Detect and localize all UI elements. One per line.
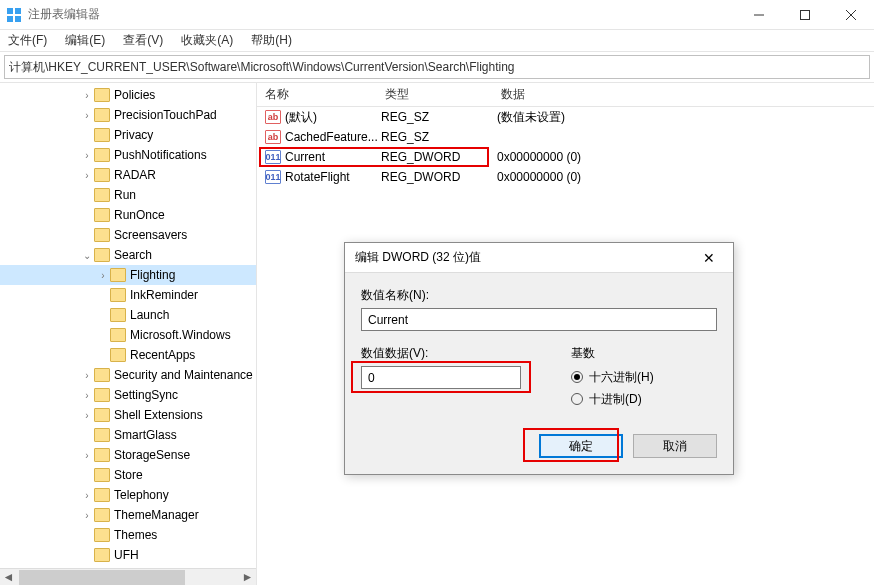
tree-item-label: Privacy (114, 128, 153, 142)
value-type: REG_SZ (381, 110, 497, 124)
tree-item-search[interactable]: ⌄Search (0, 245, 256, 265)
tree-item-smartglass[interactable]: SmartGlass (0, 425, 256, 445)
maximize-button[interactable] (782, 0, 828, 30)
radio-unchecked-icon (571, 393, 583, 405)
tree-item-label: UFH (114, 548, 139, 562)
chevron-right-icon[interactable]: › (80, 370, 94, 381)
tree-item-radar[interactable]: ›RADAR (0, 165, 256, 185)
folder-icon (94, 408, 110, 422)
tree-item-label: ThemeManager (114, 508, 199, 522)
tree-item-store[interactable]: Store (0, 465, 256, 485)
folder-icon (94, 548, 110, 562)
menu-view[interactable]: 查看(V) (121, 30, 165, 51)
string-value-icon: ab (265, 110, 281, 124)
value-name-input[interactable] (361, 308, 717, 331)
value-type: REG_SZ (381, 130, 497, 144)
value-row[interactable]: abCachedFeature...REG_SZ (257, 127, 874, 147)
folder-icon (110, 268, 126, 282)
chevron-right-icon[interactable]: › (80, 390, 94, 401)
menu-file[interactable]: 文件(F) (6, 30, 49, 51)
value-data: 0x00000000 (0) (497, 150, 874, 164)
radix-dec-option[interactable]: 十进制(D) (571, 388, 717, 410)
address-bar[interactable]: 计算机\HKEY_CURRENT_USER\Software\Microsoft… (4, 55, 870, 79)
folder-icon (94, 448, 110, 462)
tree-item-shell-extensions[interactable]: ›Shell Extensions (0, 405, 256, 425)
tree-item-label: Screensavers (114, 228, 187, 242)
ok-button[interactable]: 确定 (539, 434, 623, 458)
tree-item-security-and-maintenance[interactable]: ›Security and Maintenance (0, 365, 256, 385)
chevron-right-icon[interactable]: › (80, 450, 94, 461)
radix-hex-label: 十六进制(H) (589, 369, 654, 386)
chevron-right-icon[interactable]: › (80, 170, 94, 181)
tree-item-launch[interactable]: Launch (0, 305, 256, 325)
menu-help[interactable]: 帮助(H) (249, 30, 294, 51)
value-name-label: 数值名称(N): (361, 287, 717, 304)
folder-icon (94, 248, 110, 262)
chevron-right-icon[interactable]: › (80, 490, 94, 501)
tree-item-label: RADAR (114, 168, 156, 182)
folder-icon (94, 388, 110, 402)
tree-item-screensavers[interactable]: Screensavers (0, 225, 256, 245)
dialog-close-button[interactable]: ✕ (695, 250, 723, 266)
tree-item-themes[interactable]: Themes (0, 525, 256, 545)
tree-horizontal-scrollbar[interactable]: ◄ ► (0, 568, 256, 585)
cancel-button[interactable]: 取消 (633, 434, 717, 458)
value-type: REG_DWORD (381, 150, 497, 164)
column-name[interactable]: 名称 (257, 86, 377, 103)
tree-item-settingsync[interactable]: ›SettingSync (0, 385, 256, 405)
svg-rect-5 (801, 10, 810, 19)
tree-item-thememanager[interactable]: ›ThemeManager (0, 505, 256, 525)
tree-item-ufh[interactable]: UFH (0, 545, 256, 565)
tree-item-label: SettingSync (114, 388, 178, 402)
tree-item-runonce[interactable]: RunOnce (0, 205, 256, 225)
chevron-right-icon[interactable]: › (80, 110, 94, 121)
scroll-right-icon[interactable]: ► (239, 569, 256, 586)
folder-icon (94, 468, 110, 482)
folder-icon (94, 428, 110, 442)
chevron-right-icon[interactable]: › (80, 90, 94, 101)
value-name: RotateFlight (285, 170, 381, 184)
chevron-right-icon[interactable]: › (80, 510, 94, 521)
tree-item-storagesense[interactable]: ›StorageSense (0, 445, 256, 465)
tree-item-microsoft-windows[interactable]: Microsoft.Windows (0, 325, 256, 345)
tree-item-label: RecentApps (130, 348, 195, 362)
column-type[interactable]: 类型 (377, 86, 493, 103)
folder-icon (94, 368, 110, 382)
tree-item-label: Run (114, 188, 136, 202)
tree-item-run[interactable]: Run (0, 185, 256, 205)
column-data[interactable]: 数据 (493, 86, 874, 103)
tree-item-flighting[interactable]: ›Flighting (0, 265, 256, 285)
minimize-button[interactable] (736, 0, 782, 30)
menu-edit[interactable]: 编辑(E) (63, 30, 107, 51)
tree-item-recentapps[interactable]: RecentApps (0, 345, 256, 365)
scroll-left-icon[interactable]: ◄ (0, 569, 17, 586)
chevron-right-icon[interactable]: › (96, 270, 110, 281)
chevron-right-icon[interactable]: › (80, 410, 94, 421)
close-button[interactable] (828, 0, 874, 30)
radix-hex-option[interactable]: 十六进制(H) (571, 366, 717, 388)
tree-item-label: Search (114, 248, 152, 262)
folder-icon (110, 288, 126, 302)
tree-item-telephony[interactable]: ›Telephony (0, 485, 256, 505)
tree-item-precisiontouchpad[interactable]: ›PrecisionTouchPad (0, 105, 256, 125)
tree-item-policies[interactable]: ›Policies (0, 85, 256, 105)
scroll-thumb[interactable] (19, 570, 185, 585)
value-data-input[interactable] (361, 366, 521, 389)
tree-item-label: PushNotifications (114, 148, 207, 162)
value-row[interactable]: 011CurrentREG_DWORD0x00000000 (0) (257, 147, 874, 167)
menu-favorites[interactable]: 收藏夹(A) (179, 30, 235, 51)
tree-item-label: PrecisionTouchPad (114, 108, 217, 122)
dword-value-icon: 011 (265, 170, 281, 184)
window-title: 注册表编辑器 (28, 6, 736, 23)
value-row[interactable]: 011RotateFlightREG_DWORD0x00000000 (0) (257, 167, 874, 187)
folder-icon (94, 168, 110, 182)
tree-item-label: Themes (114, 528, 157, 542)
chevron-right-icon[interactable]: › (80, 150, 94, 161)
folder-icon (94, 128, 110, 142)
folder-icon (94, 108, 110, 122)
chevron-down-icon[interactable]: ⌄ (80, 250, 94, 261)
tree-item-inkreminder[interactable]: InkReminder (0, 285, 256, 305)
value-row[interactable]: ab(默认)REG_SZ(数值未设置) (257, 107, 874, 127)
tree-item-pushnotifications[interactable]: ›PushNotifications (0, 145, 256, 165)
tree-item-privacy[interactable]: Privacy (0, 125, 256, 145)
